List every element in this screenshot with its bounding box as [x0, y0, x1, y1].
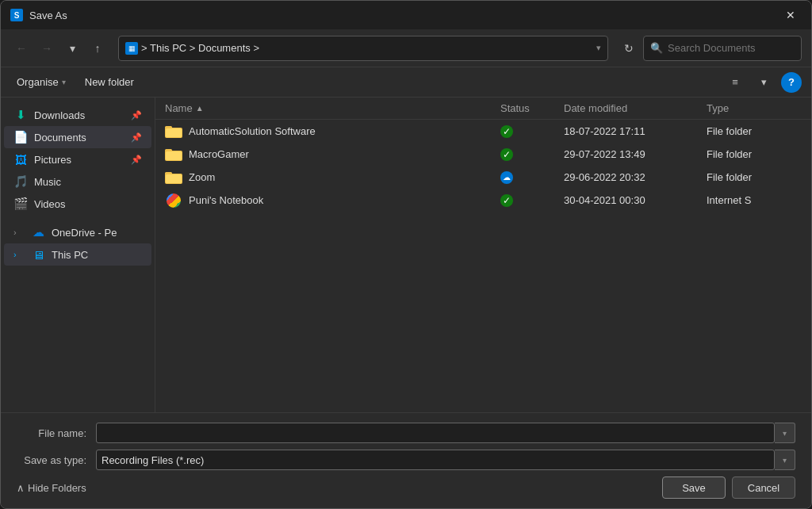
onedrive-icon: ☁: [31, 225, 45, 239]
col-status[interactable]: Status: [500, 102, 564, 114]
new-folder-label: New folder: [85, 76, 134, 88]
buttons-row: ∧ Hide Folders Save Cancel: [17, 476, 795, 499]
back-button[interactable]: ←: [10, 37, 33, 59]
col-name[interactable]: Name ▲: [165, 102, 500, 114]
col-type[interactable]: Type: [707, 102, 802, 114]
view-chevron-icon: ▾: [761, 76, 767, 88]
thispc-icon: 🖥: [31, 247, 45, 262]
filename-label: File name:: [17, 427, 96, 439]
dialog-title: Save As: [29, 10, 779, 21]
file-status: ✓: [500, 148, 564, 161]
forward-button[interactable]: →: [36, 37, 58, 59]
sidebar-item-pictures[interactable]: 🖼 Pictures 📌: [4, 148, 151, 170]
sort-arrow-icon: ▲: [196, 104, 204, 113]
table-row[interactable]: Puni's Notebook ✓ 30-04-2021 00:30 Inter…: [155, 189, 811, 212]
pin-icon: 📌: [131, 110, 142, 121]
toolbar: Organise ▾ New folder ≡ ▾ ?: [1, 67, 811, 98]
view-button[interactable]: ≡: [724, 71, 746, 94]
sidebar-item-label: OneDrive - Pe: [52, 227, 117, 239]
search-box[interactable]: 🔍: [643, 36, 802, 61]
music-icon: 🎵: [13, 174, 28, 189]
sidebar-item-downloads[interactable]: ⬇ Downloads 📌: [4, 104, 151, 126]
expand-icon: ›: [13, 250, 25, 259]
filename-input[interactable]: [96, 423, 775, 443]
col-type-label: Type: [707, 102, 729, 114]
svg-rect-5: [166, 151, 182, 160]
document-icon: 📄: [13, 130, 28, 144]
close-button[interactable]: ✕: [779, 4, 802, 26]
bottom-section: File name: ▾ Save as type: Recording Fil…: [1, 412, 811, 508]
file-name-cell: AutomaticSolution Software: [165, 124, 500, 138]
address-bar[interactable]: ▦ > This PC > Documents > ▾: [118, 36, 608, 61]
table-row[interactable]: AutomaticSolution Software ✓ 18-07-2022 …: [155, 120, 811, 143]
sidebar-item-videos[interactable]: 🎬 Videos: [4, 193, 151, 215]
saveas-select[interactable]: Recording Files (*.rec): [96, 450, 775, 470]
file-name-cell: Zoom: [165, 170, 500, 184]
sidebar-item-label: Videos: [34, 198, 66, 210]
refresh-button[interactable]: ↻: [618, 37, 640, 59]
status-icon: ☁: [500, 171, 513, 184]
save-as-dialog: S Save As ✕ ← → ▾ ↑ ▦ > This PC > Docume…: [0, 0, 812, 509]
hide-folders-label: Hide Folders: [28, 482, 86, 494]
sidebar-item-label: Downloads: [34, 109, 85, 121]
file-type: File folder: [707, 148, 802, 160]
main-content: ⬇ Downloads 📌 📄 Documents 📌 🖼 Pictures 📌…: [1, 98, 811, 412]
help-button[interactable]: ?: [781, 72, 802, 93]
nav-bar: ← → ▾ ↑ ▦ > This PC > Documents > ▾ ↻ 🔍: [1, 29, 811, 67]
organise-chevron-icon: ▾: [62, 78, 66, 86]
file-name: MacroGamer: [189, 148, 249, 160]
sidebar-item-thispc[interactable]: › 🖥 This PC: [4, 243, 151, 266]
col-status-label: Status: [500, 102, 530, 114]
status-icon: ✓: [500, 148, 513, 161]
table-row[interactable]: Zoom ☁ 29-06-2022 20:32 File folder: [155, 166, 811, 189]
saveas-dropdown-btn[interactable]: ▾: [775, 450, 795, 470]
title-bar: S Save As ✕: [1, 1, 811, 29]
up-button[interactable]: ↑: [86, 37, 109, 59]
file-type: File folder: [707, 171, 802, 183]
filename-dropdown-btn[interactable]: ▾: [775, 423, 795, 443]
folder-icon: [165, 124, 182, 138]
hide-folders-button[interactable]: ∧ Hide Folders: [17, 482, 86, 494]
sidebar-item-music[interactable]: 🎵 Music: [4, 170, 151, 193]
file-list-header: Name ▲ Status Date modified Type: [155, 98, 811, 120]
status-icon: ✓: [500, 194, 513, 207]
pin-icon: 📌: [131, 155, 142, 165]
new-folder-button[interactable]: New folder: [79, 73, 140, 91]
dropdown-arrow-icon: ▾: [783, 456, 787, 465]
address-bar-icon: ▦: [125, 42, 138, 55]
recent-locations-button[interactable]: ▾: [61, 37, 83, 59]
file-type: Internet S: [707, 194, 802, 206]
file-name: AutomaticSolution Software: [189, 125, 316, 137]
file-status: ✓: [500, 194, 564, 207]
sidebar-item-label: Documents: [34, 132, 86, 144]
sidebar-item-label: Music: [34, 176, 61, 188]
sidebar-item-label: Pictures: [34, 154, 71, 166]
file-name: Zoom: [189, 171, 215, 183]
pin-icon: 📌: [131, 132, 142, 143]
search-input[interactable]: [668, 42, 795, 54]
col-date[interactable]: Date modified: [564, 102, 707, 114]
organise-button[interactable]: Organise ▾: [10, 73, 72, 91]
download-icon: ⬇: [13, 108, 28, 122]
col-name-label: Name: [165, 102, 193, 114]
svg-rect-2: [166, 128, 182, 137]
save-button[interactable]: Save: [662, 476, 726, 499]
file-name-cell: MacroGamer: [165, 147, 500, 161]
cancel-button[interactable]: Cancel: [732, 476, 795, 499]
sidebar-item-onedrive[interactable]: › ☁ OneDrive - Pe: [4, 221, 151, 243]
svg-rect-8: [166, 174, 182, 183]
sidebar-item-documents[interactable]: 📄 Documents 📌: [4, 126, 151, 148]
file-date: 18-07-2022 17:11: [564, 125, 707, 137]
folder-icon: [165, 147, 182, 161]
col-date-label: Date modified: [564, 102, 627, 114]
table-row[interactable]: MacroGamer ✓ 29-07-2022 13:49 File folde…: [155, 143, 811, 166]
sidebar-item-label: This PC: [52, 249, 88, 261]
file-type: File folder: [707, 125, 802, 137]
sidebar: ⬇ Downloads 📌 📄 Documents 📌 🖼 Pictures 📌…: [1, 98, 155, 412]
address-chevron-icon: ▾: [596, 43, 601, 53]
saveas-label: Save as type:: [17, 454, 96, 466]
status-icon: ✓: [500, 125, 513, 138]
file-status: ☁: [500, 171, 564, 184]
folder-icon: [165, 170, 182, 184]
view-chevron-button[interactable]: ▾: [753, 71, 775, 94]
